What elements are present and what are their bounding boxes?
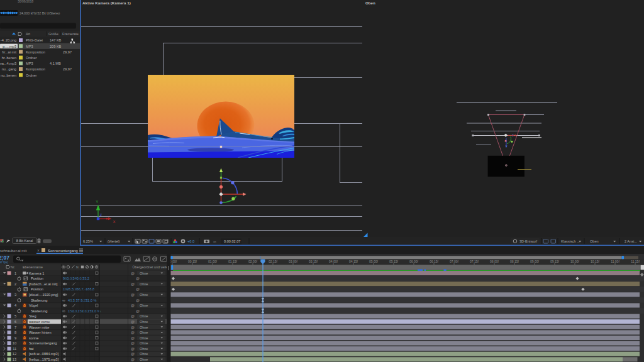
svg-text:@: @ <box>131 282 135 286</box>
svg-text:24,000 kHz/32 Bit U/Stereo: 24,000 kHz/32 Bit U/Stereo <box>19 11 60 15</box>
svg-text:@: @ <box>131 304 135 307</box>
svg-text:03:15f: 03:15f <box>309 260 318 263</box>
svg-text:06:00f: 06:00f <box>409 260 419 263</box>
svg-text:Sonnenuntergang: Sonnenuntergang <box>29 341 57 345</box>
svg-text:Ohne: Ohne <box>140 314 148 318</box>
svg-text:29,97: 29,97 <box>63 67 72 71</box>
svg-text:7: 7 <box>14 326 16 329</box>
svg-text:va...4.mp3: va...4.mp3 <box>0 62 16 65</box>
svg-text:209 KB: 209 KB <box>50 45 62 48</box>
svg-text:@: @ <box>131 341 135 345</box>
svg-text:07:00f: 07:00f <box>450 260 459 263</box>
svg-text:Ohne: Ohne <box>140 336 148 340</box>
svg-text:Ohne: Ohne <box>140 352 148 356</box>
svg-text:MP3: MP3 <box>26 45 33 48</box>
svg-text:97 fps): 97 fps) <box>0 261 8 264</box>
svg-text:Position: Position <box>31 287 43 291</box>
svg-text:Kamera 1: Kamera 1 <box>29 272 44 275</box>
svg-text:13: 13 <box>13 358 16 361</box>
svg-text:12: 12 <box>13 352 16 356</box>
svg-text:1: 1 <box>14 272 16 275</box>
svg-text:00:15f: 00:15f <box>188 260 197 263</box>
svg-text:01:00f: 01:00f <box>208 260 218 263</box>
svg-text:02:15f: 02:15f <box>269 260 278 263</box>
svg-text:11:00f: 11:00f <box>611 260 619 263</box>
svg-text:[helico...1975.mp3]: [helico...1975.mp3] <box>29 358 59 361</box>
svg-text:Ohne: Ohne <box>140 293 148 297</box>
svg-text:2: 2 <box>14 282 16 286</box>
svg-text:Vögel: Vögel <box>29 304 38 307</box>
svg-text:29,97: 29,97 <box>63 50 72 54</box>
svg-text:X: X <box>113 220 116 224</box>
svg-text:Framerate: Framerate <box>62 32 79 36</box>
svg-text:Ohne: Ohne <box>140 341 148 345</box>
svg-text:Ohne: Ohne <box>140 358 148 361</box>
svg-text:Ordner: Ordner <box>26 56 37 60</box>
svg-text:hr..benen: hr..benen <box>2 56 16 60</box>
svg-text:[hubsch...er.ai mit]: [hubsch...er.ai mit] <box>29 282 58 286</box>
svg-text:@: @ <box>131 358 135 361</box>
svg-text:Ohne: Ohne <box>140 347 148 351</box>
svg-text:@: @ <box>136 309 140 313</box>
svg-text:×: × <box>37 248 40 253</box>
svg-text:(Viertel): (Viertel) <box>108 239 120 243</box>
svg-text:09:15f: 09:15f <box>550 260 560 263</box>
svg-text:8: 8 <box>14 331 16 334</box>
svg-text:Position: Position <box>31 277 43 280</box>
svg-text:@: @ <box>131 320 135 324</box>
svg-text:08:15f: 08:15f <box>510 260 519 263</box>
svg-text:Ohne: Ohne <box>140 282 148 286</box>
svg-text:fx: fx <box>76 265 79 269</box>
svg-text:[soft-w...0884.mp3]: [soft-w...0884.mp3] <box>29 352 59 356</box>
svg-text:sonne: sonne <box>29 336 38 340</box>
svg-text:+0,0: +0,0 <box>187 239 194 243</box>
svg-text:[cloud-...1920.png]: [cloud-...1920.png] <box>29 293 58 297</box>
svg-text:03:00f: 03:00f <box>289 260 298 263</box>
svg-text:0;00;02;07: 0;00;02;07 <box>224 239 240 243</box>
svg-text:Ordner: Ordner <box>26 74 37 77</box>
svg-text:Steg: Steg <box>29 314 36 318</box>
svg-text:@: @ <box>131 347 135 351</box>
svg-text:11: 11 <box>13 347 16 351</box>
svg-text:Oben: Oben <box>590 239 599 243</box>
svg-text:-4..20.png: -4..20.png <box>1 38 16 42</box>
svg-text:Klassisch ...: Klassisch ... <box>561 239 580 243</box>
svg-text:@: @ <box>131 326 135 329</box>
svg-text:10: 10 <box>13 341 16 345</box>
svg-text:p.....mp3: p.....mp3 <box>3 45 16 48</box>
svg-text:2;07: 2;07 <box>0 255 9 261</box>
svg-text:nu..benen: nu..benen <box>1 74 16 77</box>
svg-text:2 Ansi...: 2 Ansi... <box>625 239 637 243</box>
svg-text:nu...gang: nu...gang <box>2 67 16 71</box>
svg-text:Art: Art <box>26 32 31 36</box>
svg-text:Oben: Oben <box>365 1 375 5</box>
svg-text:09:00f: 09:00f <box>530 260 540 263</box>
svg-text:6,25%: 6,25% <box>83 239 93 243</box>
svg-text:@: @ <box>131 314 135 318</box>
svg-text:07:15f: 07:15f <box>470 260 479 263</box>
svg-text:@: @ <box>131 352 135 356</box>
svg-text:Größe: Größe <box>48 32 58 36</box>
svg-text:30/06/2018: 30/06/2018 <box>18 0 33 3</box>
svg-text:11:15f: 11:15f <box>631 260 640 263</box>
svg-text:8-Bit-Kanal: 8-Bit-Kanal <box>16 239 33 243</box>
svg-text:Wasser hinten: Wasser hinten <box>29 331 52 334</box>
svg-text:PNG-Datei: PNG-Datei <box>26 38 43 42</box>
svg-text:4,1 MB: 4,1 MB <box>50 62 61 65</box>
svg-text:Sonnenuntergang: Sonnenuntergang <box>48 249 78 253</box>
svg-text:Ohne: Ohne <box>140 320 148 324</box>
svg-text:hr...ai mit: hr...ai mit <box>2 50 16 54</box>
svg-text:Skalierung: Skalierung <box>31 309 47 313</box>
svg-text:Nr.: Nr. <box>11 265 15 269</box>
svg-text:Übergeordnet und verkn...: Übergeordnet und verkn... <box>133 265 172 269</box>
svg-text:hai: hai <box>29 347 33 351</box>
svg-text:@: @ <box>136 277 140 280</box>
svg-text:Ohne: Ohne <box>140 331 148 334</box>
svg-text:Ohne: Ohne <box>140 272 148 275</box>
svg-text:08:00f: 08:00f <box>490 260 499 263</box>
svg-text:9: 9 <box>14 336 16 340</box>
svg-text:@: @ <box>131 331 135 334</box>
svg-text:10:15f: 10:15f <box>591 260 600 263</box>
svg-text:05:00f: 05:00f <box>369 260 379 263</box>
svg-text:04:00f: 04:00f <box>329 260 338 263</box>
